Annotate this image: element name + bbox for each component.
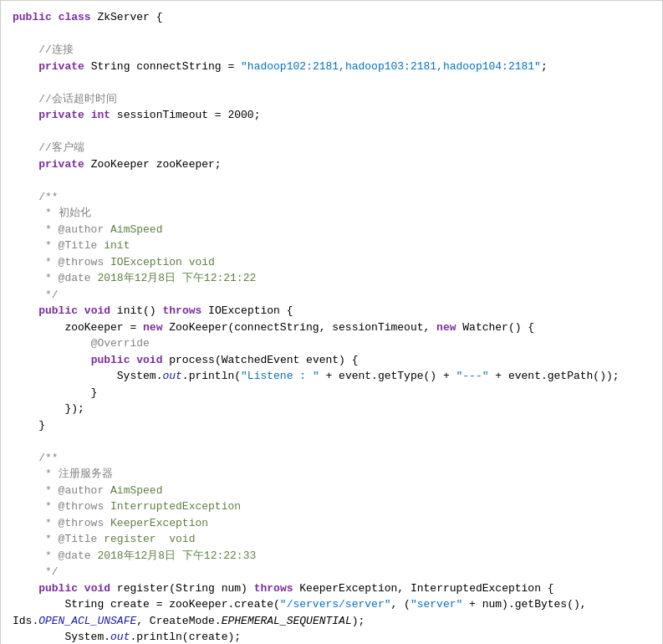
code-container: public class ZkServer { //连接 private Str… xyxy=(0,0,663,644)
code-block: public class ZkServer { //连接 private Str… xyxy=(13,9,650,644)
